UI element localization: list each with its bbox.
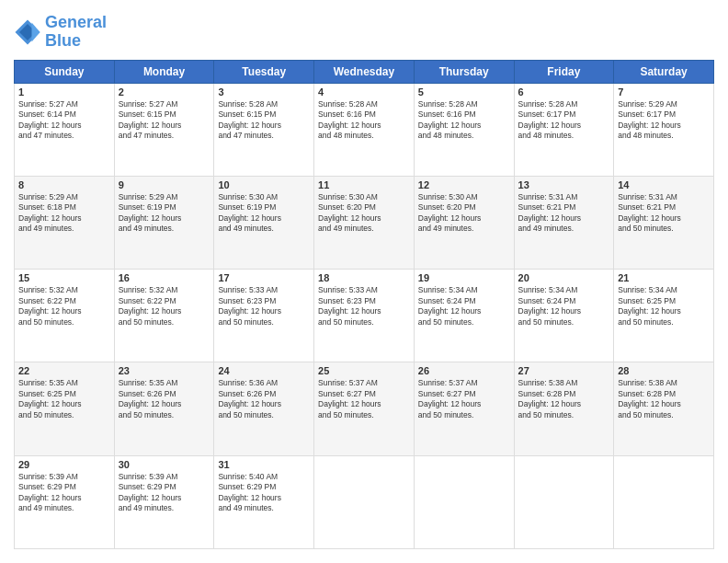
calendar-cell: 25Sunrise: 5:37 AMSunset: 6:27 PMDayligh… — [314, 362, 415, 455]
cell-content: Sunrise: 5:28 AMSunset: 6:15 PMDaylight:… — [218, 99, 310, 142]
weekday-header-monday: Monday — [114, 60, 214, 83]
calendar-cell: 6Sunrise: 5:28 AMSunset: 6:17 PMDaylight… — [514, 83, 614, 176]
cell-content: Sunrise: 5:29 AMSunset: 6:19 PMDaylight:… — [119, 192, 210, 235]
cell-content: Sunrise: 5:37 AMSunset: 6:27 PMDaylight:… — [418, 378, 510, 420]
cell-content: Sunrise: 5:39 AMSunset: 6:29 PMDaylight:… — [119, 472, 210, 514]
cell-content: Sunrise: 5:32 AMSunset: 6:22 PMDaylight:… — [18, 285, 110, 327]
day-number: 18 — [318, 272, 410, 283]
day-number: 13 — [518, 179, 610, 190]
weekday-header-tuesday: Tuesday — [214, 60, 314, 83]
calendar-cell: 5Sunrise: 5:28 AMSunset: 6:16 PMDaylight… — [414, 83, 514, 176]
calendar-cell: 18Sunrise: 5:33 AMSunset: 6:23 PMDayligh… — [314, 270, 415, 362]
cell-content: Sunrise: 5:31 AMSunset: 6:21 PMDaylight:… — [518, 192, 610, 235]
calendar-cell: 29Sunrise: 5:39 AMSunset: 6:29 PMDayligh… — [15, 455, 115, 548]
calendar-cell: 28Sunrise: 5:38 AMSunset: 6:28 PMDayligh… — [614, 362, 714, 455]
cell-content: Sunrise: 5:37 AMSunset: 6:27 PMDaylight:… — [318, 378, 410, 420]
logo-icon — [14, 18, 41, 46]
day-number: 11 — [318, 179, 410, 190]
calendar-cell: 12Sunrise: 5:30 AMSunset: 6:20 PMDayligh… — [414, 176, 514, 269]
calendar-cell: 7Sunrise: 5:29 AMSunset: 6:17 PMDaylight… — [614, 83, 714, 176]
calendar-cell — [414, 455, 514, 548]
calendar-cell: 16Sunrise: 5:32 AMSunset: 6:22 PMDayligh… — [114, 270, 214, 362]
calendar-cell: 20Sunrise: 5:34 AMSunset: 6:24 PMDayligh… — [514, 270, 614, 362]
day-number: 5 — [418, 86, 510, 98]
calendar-cell: 11Sunrise: 5:30 AMSunset: 6:20 PMDayligh… — [314, 176, 415, 269]
day-number: 28 — [618, 365, 710, 376]
cell-content: Sunrise: 5:35 AMSunset: 6:25 PMDaylight:… — [18, 378, 110, 420]
day-number: 19 — [418, 272, 510, 283]
cell-content: Sunrise: 5:30 AMSunset: 6:19 PMDaylight:… — [218, 192, 310, 235]
calendar-week-4: 22Sunrise: 5:35 AMSunset: 6:25 PMDayligh… — [15, 362, 714, 455]
calendar-cell: 10Sunrise: 5:30 AMSunset: 6:19 PMDayligh… — [214, 176, 314, 269]
calendar-cell: 26Sunrise: 5:37 AMSunset: 6:27 PMDayligh… — [414, 362, 514, 455]
day-number: 17 — [218, 272, 310, 283]
cell-content: Sunrise: 5:36 AMSunset: 6:26 PMDaylight:… — [218, 378, 310, 420]
cell-content: Sunrise: 5:38 AMSunset: 6:28 PMDaylight:… — [518, 378, 610, 420]
day-number: 20 — [518, 272, 610, 283]
calendar-cell: 17Sunrise: 5:33 AMSunset: 6:23 PMDayligh… — [214, 270, 314, 362]
day-number: 14 — [618, 179, 710, 190]
cell-content: Sunrise: 5:29 AMSunset: 6:17 PMDaylight:… — [618, 99, 710, 142]
cell-content: Sunrise: 5:30 AMSunset: 6:20 PMDaylight:… — [418, 192, 510, 235]
cell-content: Sunrise: 5:33 AMSunset: 6:23 PMDaylight:… — [318, 285, 410, 327]
day-number: 27 — [518, 365, 610, 376]
cell-content: Sunrise: 5:40 AMSunset: 6:29 PMDaylight:… — [218, 472, 310, 514]
calendar-cell: 30Sunrise: 5:39 AMSunset: 6:29 PMDayligh… — [114, 455, 214, 548]
calendar-cell: 14Sunrise: 5:31 AMSunset: 6:21 PMDayligh… — [614, 176, 714, 269]
calendar-cell: 22Sunrise: 5:35 AMSunset: 6:25 PMDayligh… — [15, 362, 115, 455]
cell-content: Sunrise: 5:32 AMSunset: 6:22 PMDaylight:… — [119, 285, 210, 327]
day-number: 7 — [618, 86, 710, 98]
calendar-week-5: 29Sunrise: 5:39 AMSunset: 6:29 PMDayligh… — [15, 455, 714, 548]
calendar-cell — [514, 455, 614, 548]
cell-content: Sunrise: 5:33 AMSunset: 6:23 PMDaylight:… — [218, 285, 310, 327]
day-number: 16 — [119, 272, 210, 283]
page: General Blue SundayMondayTuesdayWednesda… — [0, 0, 728, 563]
weekday-header-saturday: Saturday — [614, 60, 714, 83]
weekday-header-wednesday: Wednesday — [314, 60, 415, 83]
calendar-week-3: 15Sunrise: 5:32 AMSunset: 6:22 PMDayligh… — [15, 270, 714, 362]
cell-content: Sunrise: 5:35 AMSunset: 6:26 PMDaylight:… — [119, 378, 210, 420]
calendar-cell: 4Sunrise: 5:28 AMSunset: 6:16 PMDaylight… — [314, 83, 415, 176]
calendar-cell: 3Sunrise: 5:28 AMSunset: 6:15 PMDaylight… — [214, 83, 314, 176]
calendar-cell: 2Sunrise: 5:27 AMSunset: 6:15 PMDaylight… — [114, 83, 214, 176]
calendar-cell: 9Sunrise: 5:29 AMSunset: 6:19 PMDaylight… — [114, 176, 214, 269]
calendar-cell: 24Sunrise: 5:36 AMSunset: 6:26 PMDayligh… — [214, 362, 314, 455]
cell-content: Sunrise: 5:28 AMSunset: 6:16 PMDaylight:… — [418, 99, 510, 142]
calendar-week-1: 1Sunrise: 5:27 AMSunset: 6:14 PMDaylight… — [15, 83, 714, 176]
weekday-header-sunday: Sunday — [15, 60, 115, 83]
calendar: SundayMondayTuesdayWednesdayThursdayFrid… — [14, 60, 714, 549]
calendar-cell: 23Sunrise: 5:35 AMSunset: 6:26 PMDayligh… — [114, 362, 214, 455]
day-number: 21 — [618, 272, 710, 283]
calendar-cell: 15Sunrise: 5:32 AMSunset: 6:22 PMDayligh… — [15, 270, 115, 362]
calendar-cell: 31Sunrise: 5:40 AMSunset: 6:29 PMDayligh… — [214, 455, 314, 548]
cell-content: Sunrise: 5:28 AMSunset: 6:16 PMDaylight:… — [318, 99, 410, 142]
day-number: 6 — [518, 86, 610, 98]
day-number: 29 — [18, 459, 110, 470]
calendar-cell: 27Sunrise: 5:38 AMSunset: 6:28 PMDayligh… — [514, 362, 614, 455]
calendar-week-2: 8Sunrise: 5:29 AMSunset: 6:18 PMDaylight… — [15, 176, 714, 269]
calendar-cell: 19Sunrise: 5:34 AMSunset: 6:24 PMDayligh… — [414, 270, 514, 362]
weekday-header-row: SundayMondayTuesdayWednesdayThursdayFrid… — [15, 60, 714, 83]
cell-content: Sunrise: 5:34 AMSunset: 6:25 PMDaylight:… — [618, 285, 710, 327]
cell-content: Sunrise: 5:27 AMSunset: 6:14 PMDaylight:… — [18, 99, 110, 142]
calendar-cell — [614, 455, 714, 548]
cell-content: Sunrise: 5:29 AMSunset: 6:18 PMDaylight:… — [18, 192, 110, 235]
cell-content: Sunrise: 5:39 AMSunset: 6:29 PMDaylight:… — [18, 472, 110, 514]
day-number: 31 — [218, 459, 310, 470]
header: General Blue — [14, 14, 714, 51]
cell-content: Sunrise: 5:27 AMSunset: 6:15 PMDaylight:… — [119, 99, 210, 142]
calendar-cell: 1Sunrise: 5:27 AMSunset: 6:14 PMDaylight… — [15, 83, 115, 176]
cell-content: Sunrise: 5:31 AMSunset: 6:21 PMDaylight:… — [618, 192, 710, 235]
cell-content: Sunrise: 5:34 AMSunset: 6:24 PMDaylight:… — [518, 285, 610, 327]
calendar-cell — [314, 455, 415, 548]
logo-text: General Blue — [45, 14, 107, 51]
day-number: 12 — [418, 179, 510, 190]
day-number: 23 — [119, 365, 210, 376]
day-number: 9 — [119, 179, 210, 190]
day-number: 2 — [119, 86, 210, 98]
calendar-cell: 21Sunrise: 5:34 AMSunset: 6:25 PMDayligh… — [614, 270, 714, 362]
calendar-cell: 8Sunrise: 5:29 AMSunset: 6:18 PMDaylight… — [15, 176, 115, 269]
cell-content: Sunrise: 5:34 AMSunset: 6:24 PMDaylight:… — [418, 285, 510, 327]
calendar-cell: 13Sunrise: 5:31 AMSunset: 6:21 PMDayligh… — [514, 176, 614, 269]
day-number: 25 — [318, 365, 410, 376]
